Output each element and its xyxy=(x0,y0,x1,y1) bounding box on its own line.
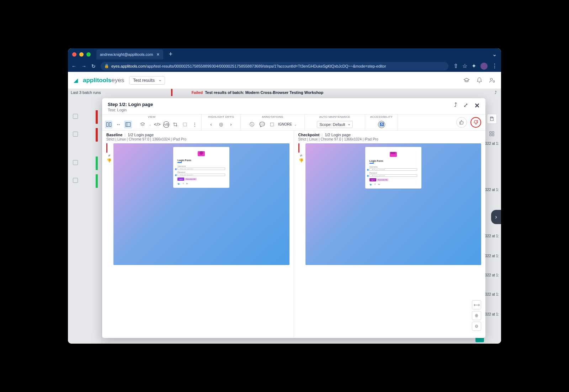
target-diff-icon[interactable]: ◎ xyxy=(217,121,225,128)
issue-icon[interactable]: ⓘ xyxy=(248,121,256,128)
close-icon[interactable]: ✕ xyxy=(474,102,480,110)
accessibility-icon[interactable]: ♿ xyxy=(378,121,385,128)
thumbs-down-icon[interactable]: 👎 xyxy=(298,158,304,163)
menu-icon[interactable]: ⋮ xyxy=(492,63,498,69)
user-settings-icon[interactable] xyxy=(489,77,495,84)
username-input xyxy=(177,168,225,170)
next-panel-button[interactable]: › xyxy=(491,210,501,224)
app-header: ◢ applitoolseyes Test results xyxy=(68,72,501,89)
scope-select[interactable]: Scope: Default xyxy=(317,121,352,128)
password-input xyxy=(177,174,225,176)
overlay-icon[interactable] xyxy=(124,121,132,128)
window-minimize[interactable] xyxy=(79,52,84,57)
checkbox[interactable] xyxy=(73,114,78,119)
timeline-label: 022 at 1: xyxy=(485,273,499,277)
timeline-label: 022 at 1: xyxy=(485,312,499,316)
login-form-preview: Login Form Username Password Log In Reme… xyxy=(173,147,229,188)
diff-marker xyxy=(298,143,299,153)
share-icon[interactable]: ⤴ xyxy=(454,102,457,110)
ab-compare-icon[interactable]: A/B xyxy=(163,121,169,128)
ignore-button[interactable]: IGNORE xyxy=(278,122,292,126)
results-sidebar xyxy=(68,96,102,344)
save-button[interactable] xyxy=(487,114,497,124)
region-icon[interactable] xyxy=(268,121,276,128)
zoom-in-button[interactable]: ⊕ xyxy=(472,311,481,320)
login-button-diff: Log In xyxy=(369,178,376,181)
logo-diff-highlight xyxy=(198,151,205,156)
tab-title: andrew.knight@applitools.com xyxy=(100,52,153,57)
layers-icon[interactable] xyxy=(139,121,146,128)
zoom-out-button[interactable]: ⊖ xyxy=(472,322,481,331)
zoom-controls: ⟷ ⊕ ⊖ xyxy=(472,300,481,331)
thumbs-down-button[interactable] xyxy=(470,117,481,128)
profile-avatar[interactable] xyxy=(480,63,488,70)
share-icon[interactable]: ⇧ xyxy=(453,63,458,69)
window-close[interactable] xyxy=(72,52,76,57)
baseline-pane: Baseline | 1/2 Login page Strict | Linux… xyxy=(102,131,294,338)
section-label: VIEW xyxy=(105,115,198,118)
section-label: ACCESSIBILITY xyxy=(368,115,395,118)
browser-tab[interactable]: andrew.knight@applitools.com × xyxy=(96,49,163,59)
svg-rect-7 xyxy=(106,122,108,126)
svg-rect-11 xyxy=(183,123,186,126)
checkpoint-screenshot[interactable]: Login Form Username Password Log In Reme… xyxy=(305,143,482,265)
comment-icon[interactable]: 💬 xyxy=(258,121,266,128)
baseline-meta: Strict | Linux | Chrome 97.0 | 1366x1024… xyxy=(106,137,289,141)
tab-close-icon[interactable]: × xyxy=(156,52,159,57)
extensions-icon[interactable]: ✦ xyxy=(472,63,476,69)
checkbox[interactable] xyxy=(73,178,78,183)
svg-rect-9 xyxy=(126,122,131,126)
checkbox[interactable] xyxy=(73,160,78,165)
timeline-label: 022 at 1: xyxy=(485,292,499,296)
svg-rect-3 xyxy=(490,132,491,133)
new-tab-button[interactable]: + xyxy=(169,51,173,58)
share-icon[interactable]: ⤴ xyxy=(495,90,497,95)
prev-diff-icon[interactable]: ‹ xyxy=(207,121,215,128)
not-equal-icon[interactable]: ≠ xyxy=(298,153,304,158)
crop-icon[interactable] xyxy=(171,121,179,128)
logo-diff-highlight xyxy=(390,152,397,157)
more-icon[interactable]: ⋮ xyxy=(191,121,198,128)
forward-button[interactable]: → xyxy=(81,63,86,69)
bookmark-icon[interactable]: ☆ xyxy=(462,63,467,69)
window-maximize[interactable] xyxy=(86,52,91,57)
education-icon[interactable] xyxy=(463,77,470,84)
svg-point-0 xyxy=(490,78,493,80)
editor-toolbar: VIEW ↔ ⌄ </> A/B ⋮ HIGHLIGHT DIFFS xyxy=(102,114,485,131)
baseline-screenshot[interactable]: Login Form Username Password Log In Reme… xyxy=(113,143,289,265)
username-input xyxy=(369,168,417,171)
thumbs-down-icon[interactable]: 👎 xyxy=(106,158,112,163)
expand-icon[interactable]: ⤢ xyxy=(463,102,468,110)
fail-marker xyxy=(96,128,98,142)
not-equal-icon[interactable]: ≠ xyxy=(106,153,112,158)
section-label: ANNOTATIONS xyxy=(244,115,302,118)
status-divider xyxy=(171,89,172,96)
browser-chrome: andrew.knight@applitools.com × + ⌄ ← → ↻… xyxy=(68,48,501,72)
thumbs-up-button[interactable] xyxy=(456,117,467,128)
side-by-side-icon[interactable] xyxy=(105,121,112,128)
password-input xyxy=(369,174,417,177)
batch-title: Test results of batch: Modern Cross-Brow… xyxy=(205,90,323,95)
tabs-overflow-icon[interactable]: ⌄ xyxy=(492,51,497,58)
fit-width-button[interactable]: ⟷ xyxy=(472,300,481,309)
svg-rect-6 xyxy=(492,134,494,136)
notifications-icon[interactable] xyxy=(476,77,483,84)
url-path: /app/test-results/00000251758558899304/0… xyxy=(146,64,386,68)
diff-marker xyxy=(106,143,107,153)
back-button[interactable]: ← xyxy=(71,63,76,69)
test-results-dropdown[interactable]: Test results xyxy=(129,76,165,85)
logo-icon: ◢ xyxy=(74,77,78,84)
code-icon[interactable]: </> xyxy=(154,121,161,128)
checkpoint-pane: Checkpoint | 1/2 Login page Strict | Lin… xyxy=(294,131,486,338)
timeline-label: 022 at 1: xyxy=(485,254,499,258)
timeline-label: 022 at 1: xyxy=(485,188,499,192)
modal-subtitle: Test: Login xyxy=(108,108,153,112)
app-logo[interactable]: applitoolseyes xyxy=(83,77,124,84)
swap-icon[interactable]: ↔ xyxy=(115,121,122,128)
url-bar[interactable]: 🔒 eyes.applitools.com/app/test-results/0… xyxy=(101,62,448,70)
target-icon[interactable] xyxy=(181,121,189,128)
reload-button[interactable]: ↻ xyxy=(91,63,96,69)
next-diff-icon[interactable]: › xyxy=(227,121,235,128)
grid-view-icon[interactable] xyxy=(487,129,497,139)
checkbox[interactable] xyxy=(73,132,78,137)
